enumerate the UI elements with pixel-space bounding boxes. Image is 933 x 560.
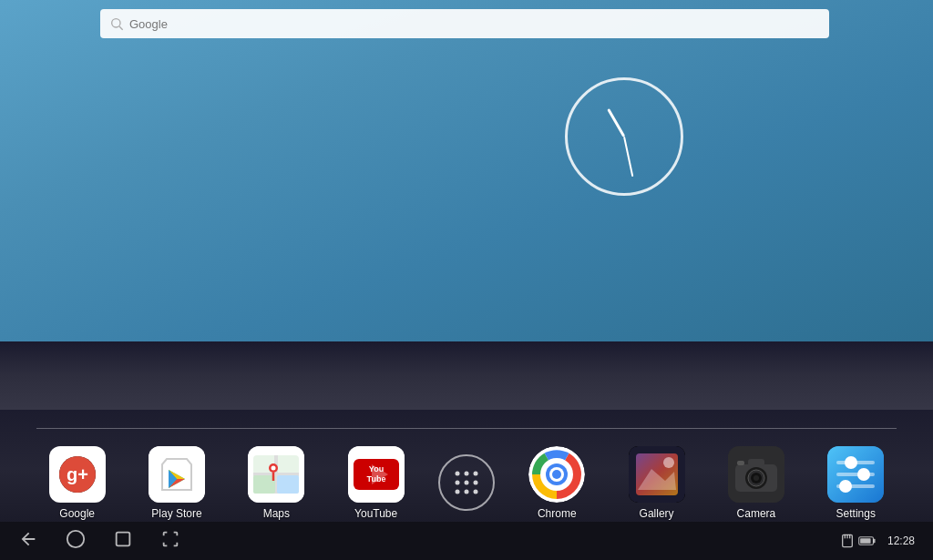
maps-label: Maps [263, 507, 290, 520]
svg-point-49 [839, 480, 852, 493]
status-bar: 12:28 [840, 534, 915, 548]
svg-point-50 [67, 530, 84, 546]
svg-point-40 [754, 475, 759, 481]
google-icon: g+ [49, 446, 106, 503]
svg-rect-55 [849, 535, 850, 538]
svg-rect-54 [846, 535, 847, 538]
clock-widget [565, 77, 683, 196]
camera-label: Camera [737, 507, 776, 520]
clock-face [565, 77, 683, 196]
status-time: 12:28 [887, 535, 915, 547]
screenshot-button[interactable] [160, 529, 180, 554]
youtube-icon: You Tube [348, 446, 405, 503]
svg-point-22 [473, 481, 477, 485]
app-gallery[interactable]: Gallery [616, 446, 698, 520]
svg-point-23 [455, 490, 459, 494]
svg-point-25 [473, 490, 477, 494]
battery-icon [858, 534, 877, 548]
sd-card-icon [840, 534, 855, 548]
back-button[interactable] [18, 529, 38, 554]
svg-point-21 [464, 481, 468, 485]
svg-rect-51 [117, 532, 130, 545]
app-maps[interactable]: Maps [235, 446, 317, 520]
nav-bar: 12:28 [0, 522, 933, 560]
playstore-icon [149, 446, 205, 503]
settings-label: Settings [836, 507, 876, 520]
maps-icon [248, 446, 304, 503]
clock-minute-hand [623, 137, 633, 177]
playstore-label: Play Store [151, 507, 201, 520]
gallery-icon [629, 446, 685, 503]
dock-divider [36, 428, 897, 429]
chrome-label: Chrome [538, 507, 577, 520]
app-apps-menu[interactable] [435, 454, 498, 511]
svg-point-20 [455, 481, 459, 485]
app-google[interactable]: g+ Google [36, 446, 118, 520]
svg-line-1 [119, 26, 123, 30]
svg-point-30 [552, 470, 561, 479]
app-camera[interactable]: Camera [715, 446, 797, 520]
app-settings[interactable]: Settings [815, 446, 897, 520]
svg-rect-8 [277, 475, 299, 494]
svg-text:g+: g+ [67, 464, 88, 484]
wallpaper [0, 0, 933, 355]
google-label: Google [59, 507, 95, 520]
svg-point-18 [464, 472, 468, 476]
svg-rect-58 [860, 538, 870, 544]
svg-rect-42 [737, 461, 744, 465]
chrome-icon [528, 446, 585, 503]
search-bar[interactable] [100, 9, 829, 38]
svg-point-19 [473, 472, 477, 476]
svg-point-47 [857, 468, 870, 481]
svg-point-17 [455, 472, 459, 476]
svg-rect-9 [253, 475, 275, 494]
recents-button[interactable] [113, 529, 133, 554]
svg-rect-57 [873, 539, 875, 543]
app-chrome[interactable]: Chrome [516, 446, 598, 520]
svg-point-11 [272, 465, 276, 470]
svg-rect-41 [748, 459, 764, 466]
svg-rect-53 [845, 535, 846, 538]
settings-icon [827, 446, 884, 503]
app-dock: g+ Google Play Store [0, 433, 933, 533]
gallery-label: Gallery [640, 507, 674, 520]
apps-menu-icon [438, 454, 495, 511]
search-input[interactable] [129, 17, 820, 31]
youtube-label: YouTube [354, 507, 397, 520]
app-youtube[interactable]: You Tube YouTube [335, 446, 417, 520]
app-play-store[interactable]: Play Store [136, 446, 218, 520]
clock-hour-hand [607, 108, 625, 137]
search-icon [109, 16, 124, 31]
svg-point-0 [112, 19, 120, 27]
svg-point-34 [663, 457, 674, 468]
nav-controls [18, 529, 180, 554]
camera-icon [728, 446, 784, 503]
svg-point-24 [464, 490, 468, 494]
svg-point-45 [845, 456, 857, 469]
home-button[interactable] [66, 529, 86, 554]
status-icons [840, 534, 877, 548]
